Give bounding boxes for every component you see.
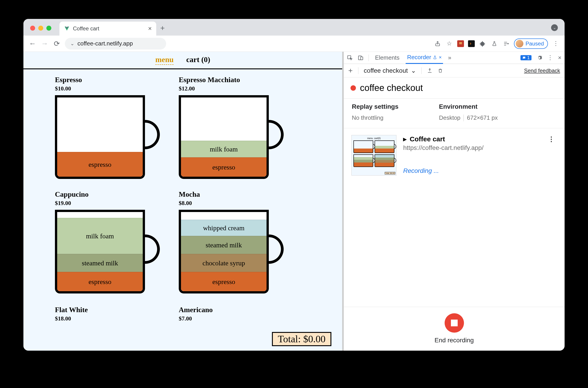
kebab-menu-icon[interactable]: ⋮ <box>547 54 553 61</box>
mug-layer: espresso <box>57 152 143 177</box>
devtools-tabbar: Elements Recorder × » 1 ⋮ × <box>344 52 564 64</box>
delete-icon[interactable] <box>438 68 443 73</box>
svg-rect-3 <box>459 44 462 44</box>
bookmark-star-icon[interactable]: ☆ <box>445 40 453 48</box>
env-size[interactable]: 672×671 px <box>467 114 498 121</box>
window-controls <box>28 26 53 36</box>
window-close-button[interactable] <box>30 26 35 31</box>
window-zoom-button[interactable] <box>46 26 51 31</box>
nav-cart-link[interactable]: cart (0) <box>186 55 210 65</box>
mug-graphic[interactable]: milk foamsteamed milkespresso <box>55 210 161 293</box>
mug-layer: steamed milk <box>181 236 267 254</box>
tab-recorder[interactable]: Recorder × <box>406 51 443 64</box>
recording-step[interactable]: menu cart(0) Total: $0.00 ▸ Coffee cart … <box>344 128 564 182</box>
profile-status: Paused <box>526 41 544 47</box>
page-viewport: menu cart (0) Espresso $10.00 espresso E… <box>24 52 342 351</box>
mug-graphic[interactable]: whipped creamsteamed milkchocolate syrup… <box>179 210 285 293</box>
window-minimize-button[interactable] <box>38 26 43 31</box>
labs-flask-icon[interactable] <box>490 40 498 48</box>
nav-divider <box>24 68 342 69</box>
item-price: $18.00 <box>55 315 154 322</box>
tab-close-icon[interactable]: × <box>439 54 442 60</box>
mug-graphic[interactable]: espresso <box>55 95 161 179</box>
replay-heading: Replay settings <box>352 103 398 110</box>
export-icon[interactable] <box>427 68 432 73</box>
item-price: $7.00 <box>179 315 278 322</box>
forward-button[interactable]: → <box>41 39 49 48</box>
mug-graphic[interactable]: milk foamespresso <box>179 95 285 179</box>
coffee-item[interactable]: Cappucino $19.00 milk foamsteamed milkes… <box>55 190 154 293</box>
coffee-item[interactable]: Espresso $10.00 espresso <box>55 76 154 179</box>
item-name: Espresso <box>55 76 154 84</box>
site-info-icon[interactable]: ⌄ <box>70 41 74 47</box>
mug-body: espresso <box>55 95 145 179</box>
gear-icon[interactable] <box>537 55 542 61</box>
nav-menu-link[interactable]: menu <box>155 55 173 65</box>
browser-tab[interactable]: Coffee cart × <box>59 22 156 36</box>
flow-selector[interactable]: coffee checkout ⌄ <box>364 67 416 74</box>
coffee-item[interactable]: Americano $7.00 <box>179 306 278 322</box>
reload-button[interactable]: ⟳ <box>53 39 61 48</box>
item-name: Espresso Macchiato <box>179 76 278 84</box>
tab-search-icon[interactable]: ⌄ <box>551 24 558 31</box>
device-toggle-icon[interactable] <box>358 55 364 61</box>
console-messages-badge[interactable]: 1 <box>520 55 532 60</box>
mug-body: milk foamespresso <box>179 95 269 179</box>
expand-triangle-icon[interactable]: ▸ <box>403 135 407 143</box>
environment-block: Environment Desktop 672×671 px <box>439 103 498 121</box>
new-recording-icon[interactable]: + <box>348 66 353 75</box>
step-thumbnail: menu cart(0) Total: $0.00 <box>351 135 396 175</box>
step-kebab-icon[interactable]: ⋮ <box>546 135 557 143</box>
extensions-puzzle-icon[interactable] <box>479 40 487 48</box>
mug-layer: espresso <box>181 157 267 177</box>
msg-count: 1 <box>527 55 530 60</box>
step-url: https://coffee-cart.netlify.app/ <box>403 144 557 151</box>
item-price: $12.00 <box>179 85 278 92</box>
step-body: ▸ Coffee cart ⋮ https://coffee-cart.netl… <box>403 135 557 175</box>
send-feedback-link[interactable]: Send feedback <box>524 68 560 74</box>
browser-toolbar: ← → ⟳ ⌄ coffee-cart.netlify.app ☆ Paused <box>24 36 564 52</box>
mug-handle <box>267 120 284 149</box>
item-price: $19.00 <box>55 200 154 207</box>
recording-title: coffee checkout <box>360 83 423 93</box>
env-device[interactable]: Desktop <box>439 114 460 121</box>
extension-icon-red[interactable] <box>457 40 464 47</box>
extension-icon-terminal[interactable] <box>468 40 475 47</box>
close-devtools-icon[interactable]: × <box>558 54 562 61</box>
item-price: $10.00 <box>55 85 154 92</box>
flow-name: coffee checkout <box>364 67 408 74</box>
replay-value[interactable]: No throttling <box>352 114 398 121</box>
tab-close-icon[interactable]: × <box>148 25 152 32</box>
mug-layer: chocolate syrup <box>181 254 267 272</box>
chat-icon <box>522 56 526 60</box>
end-recording-button[interactable] <box>445 313 464 333</box>
profile-chip[interactable]: Paused <box>514 39 548 49</box>
vue-favicon-icon <box>64 26 70 31</box>
labs-flask-icon <box>433 55 437 59</box>
coffee-item[interactable]: Flat White $18.00 <box>55 306 154 322</box>
mug-layer: whipped cream <box>181 220 267 236</box>
mug-body: whipped creamsteamed milkchocolate syrup… <box>179 210 269 293</box>
reading-list-icon[interactable] <box>502 40 510 48</box>
kebab-menu-icon[interactable]: ⋮ <box>552 40 560 48</box>
svg-rect-4 <box>469 41 474 46</box>
chevron-down-icon: ⌄ <box>411 67 416 74</box>
item-name: Mocha <box>179 190 278 198</box>
cart-total[interactable]: Total: $0.00 <box>272 332 331 346</box>
step-status: Recording ... <box>403 167 557 174</box>
inspect-element-icon[interactable] <box>347 55 353 61</box>
address-bar[interactable]: ⌄ coffee-cart.netlify.app <box>65 38 166 49</box>
mug-layer: steamed milk <box>57 254 143 272</box>
mug-handle <box>143 120 160 149</box>
item-name: Americano <box>179 306 278 314</box>
tab-recorder-label: Recorder <box>407 54 431 61</box>
tab-elements[interactable]: Elements <box>374 52 401 63</box>
share-icon[interactable] <box>434 40 441 48</box>
back-button[interactable]: ← <box>28 39 36 48</box>
mug-layer: milk foam <box>57 218 143 254</box>
coffee-item[interactable]: Mocha $8.00 whipped creamsteamed milkcho… <box>179 190 278 293</box>
svg-rect-2 <box>459 42 462 43</box>
more-tabs-icon[interactable]: » <box>448 54 451 61</box>
coffee-item[interactable]: Espresso Macchiato $12.00 milk foamespre… <box>179 76 278 179</box>
new-tab-button[interactable]: + <box>160 24 165 32</box>
